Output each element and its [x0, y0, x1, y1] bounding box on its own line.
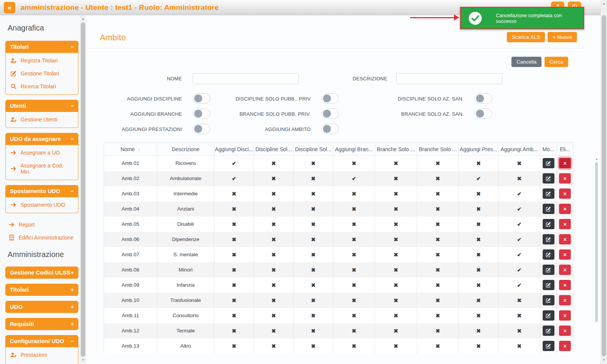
column-header[interactable]: Branche Solo ... [417, 143, 459, 156]
column-header[interactable]: Aggiungi Bran... [333, 143, 375, 156]
sidebar-panel-header[interactable]: Utenti− [5, 100, 78, 112]
sidebar-item[interactable]: Gestione Utenti [6, 113, 78, 126]
delete-row-button[interactable]: × [559, 310, 571, 321]
cell-flag-false: ✖ [294, 247, 333, 262]
discipline-solo-az-san-toggle[interactable] [474, 93, 492, 104]
cell-nome: Amb.03 [104, 186, 157, 201]
edit-row-button[interactable] [543, 310, 554, 321]
sidebar-panel-header[interactable]: UDO+ [5, 301, 78, 313]
cross-icon: ✖ [311, 236, 316, 243]
branche-solo-az-san-toggle[interactable] [474, 109, 492, 119]
delete-row-button[interactable]: × [559, 265, 571, 275]
scroll-down-icon[interactable]: ▼ [601, 357, 607, 363]
delete-row-button[interactable]: × [559, 280, 571, 290]
edit-row-button[interactable] [543, 265, 554, 275]
delete-row-button[interactable]: × [559, 326, 571, 336]
cross-icon: ✖ [272, 221, 276, 227]
sidebar-panel-header[interactable]: UDO da assegnare− [5, 133, 78, 145]
aggiungi-discipline-toggle[interactable] [193, 93, 210, 104]
edit-row-button[interactable] [543, 204, 554, 214]
sidebar-item[interactable]: Registra Titolari [6, 54, 78, 67]
delete-row-button[interactable]: × [559, 188, 571, 199]
sidebar-panel-header[interactable]: Titolari+ [5, 284, 78, 296]
aggiungi-ambito-toggle[interactable] [321, 124, 339, 134]
edit-row-button[interactable] [543, 326, 554, 336]
edit-row-button[interactable] [543, 188, 554, 199]
column-header[interactable]: Branche Solo ... [375, 143, 417, 156]
edit-row-button[interactable] [543, 280, 554, 290]
aggiungi-branche-toggle[interactable] [193, 109, 210, 119]
table-scrollbar-thumb[interactable] [595, 162, 598, 322]
cross-icon: ✖ [476, 297, 481, 303]
column-header[interactable]: Discipline Sol... [254, 143, 294, 156]
page-scrollbar-thumb[interactable] [602, 15, 606, 356]
sidebar-panel-header[interactable]: Spostamento UDO− [5, 185, 78, 197]
aggiungi-prestazioni-toggle[interactable] [193, 124, 210, 134]
delete-row-button[interactable]: × [559, 234, 571, 244]
discipline-solo-pubb-priv-toggle[interactable] [321, 93, 339, 104]
column-header[interactable]: Aggiungi Amb... [498, 143, 540, 156]
scroll-up-icon[interactable]: ▲ [601, 1, 607, 7]
cell-flag-false: ✖ [417, 293, 459, 308]
sidebar-panel-header[interactable]: Titolari− [5, 41, 78, 53]
sidebar-item[interactable]: Assegnare a Cod. Min. [6, 159, 78, 178]
sidebar-scrollbar[interactable]: ▲ ▼ [80, 16, 86, 363]
aggiungi-branche-label: AGGIUNGI BRANCHE [100, 109, 182, 118]
clear-button[interactable]: Cancella [511, 57, 542, 67]
column-header[interactable]: Aggiungi Pres... [459, 143, 498, 156]
download-xls-button[interactable]: Scarica XLS [507, 32, 545, 42]
cell-flag-false: ✖ [294, 308, 333, 323]
check-icon: ✔ [517, 206, 522, 212]
cell-flag-false: ✖ [294, 262, 333, 278]
sidebar-item[interactable]: Tipo Fattori Produttivi [6, 361, 78, 364]
column-header[interactable]: Mo... [540, 143, 557, 156]
delete-row-button[interactable]: × [559, 341, 571, 351]
success-check-icon [468, 11, 482, 25]
edit-row-button[interactable] [543, 249, 554, 260]
edit-row-button[interactable] [543, 158, 554, 168]
cross-icon: ✖ [436, 206, 440, 212]
delete-row-button[interactable]: × [559, 173, 571, 184]
sidebar-panel-header[interactable]: Configurazioni UDO− [5, 335, 78, 347]
sidebar-item[interactable]: Gestione Titolari [6, 67, 78, 80]
sidebar-item[interactable]: Ricerca Titolari [6, 80, 78, 93]
table-row: Amb.13Altro✖✖✖✖✖✖✖✖× [104, 338, 573, 354]
new-button[interactable]: + Nuova [548, 32, 577, 42]
descrizione-input[interactable] [396, 73, 502, 84]
branche-solo-pubb-priv-toggle[interactable] [321, 109, 339, 119]
sidebar-scrollbar-thumb[interactable] [81, 22, 85, 357]
sidebar-item[interactable]: Report [5, 218, 78, 231]
sidebar-item[interactable]: Edifici Amministrazione [5, 231, 78, 244]
column-header[interactable]: Nome↑ [104, 143, 157, 156]
cell-flag-false: ✖ [333, 232, 375, 247]
delete-row-button[interactable]: × [559, 158, 571, 168]
column-header[interactable]: Aggiungi Disci... [214, 143, 254, 156]
edit-row-button[interactable] [543, 295, 554, 305]
sidebar-panel-header[interactable]: Requisiti+ [5, 318, 78, 330]
delete-row-button[interactable]: × [559, 295, 571, 305]
cell-descrizione: Minori [157, 262, 214, 278]
table-scrollbar[interactable]: ▲ [594, 156, 599, 364]
edit-row-button[interactable] [543, 234, 554, 244]
nome-input[interactable] [193, 73, 299, 84]
edit-row-button[interactable] [543, 219, 554, 229]
delete-row-button[interactable]: × [559, 249, 571, 260]
delete-row-button[interactable]: × [559, 219, 571, 229]
sidebar-item[interactable]: Prestazioni [6, 348, 78, 361]
column-header[interactable]: Discipline Sol... [294, 143, 333, 156]
scroll-up-icon[interactable]: ▲ [80, 16, 86, 22]
page-scrollbar[interactable]: ▲ ▼ [601, 0, 607, 364]
table-row: Amb.01Ricovero✔✖✖✖✖✖✖✖× [104, 156, 573, 171]
sidebar-item[interactable]: Spostamento UDO [6, 198, 78, 211]
scroll-down-icon[interactable]: ▼ [80, 357, 86, 363]
scroll-up-icon[interactable]: ▲ [594, 156, 599, 162]
column-header[interactable]: Descrizione [157, 143, 214, 156]
delete-row-button[interactable]: × [559, 204, 571, 214]
sidebar-panel-header[interactable]: Gestione Codici ULSS+ [5, 267, 78, 279]
edit-row-button[interactable] [543, 341, 554, 351]
search-button[interactable]: Cerca [545, 57, 568, 67]
sidebar-item[interactable]: Assegnare a UO [6, 146, 78, 159]
column-header[interactable]: Eli... [557, 143, 573, 156]
edit-row-button[interactable] [543, 173, 554, 184]
sidebar-collapse-button[interactable]: « [4, 2, 15, 13]
